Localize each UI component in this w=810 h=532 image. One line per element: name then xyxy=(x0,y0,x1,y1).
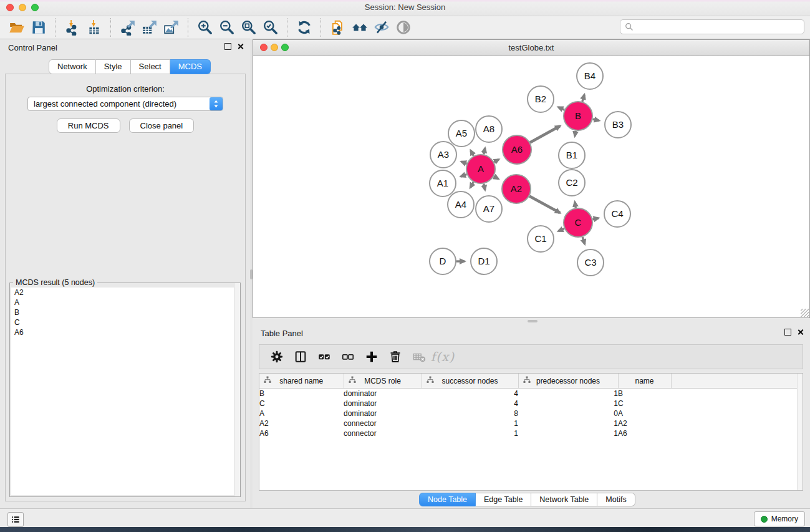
graph-edge-A-A4[interactable] xyxy=(470,182,473,188)
graph-node-A1[interactable]: A1 xyxy=(430,170,456,196)
graph-edge-C-C1[interactable] xyxy=(558,229,564,231)
graph-node-B3[interactable]: B3 xyxy=(605,112,631,138)
table-cell[interactable]: A2 xyxy=(618,418,671,428)
graph-edge-A-A2[interactable] xyxy=(494,177,498,179)
graph-node-B2[interactable]: B2 xyxy=(528,86,554,112)
close-panel-icon[interactable] xyxy=(237,43,244,50)
column-header-successor-nodes[interactable]: successor nodes xyxy=(422,374,518,389)
graph-node-A3[interactable]: A3 xyxy=(430,142,456,168)
graph-node-A5[interactable]: A5 xyxy=(448,120,475,147)
table-cell[interactable]: B xyxy=(618,389,671,399)
graph-node-A8[interactable]: A8 xyxy=(476,116,502,142)
task-history-button[interactable] xyxy=(7,512,24,527)
tab-node-table[interactable]: Node Table xyxy=(419,493,476,506)
table-row[interactable]: A6connector11A6 xyxy=(259,428,798,438)
graph-edge-C-C4[interactable] xyxy=(592,218,598,220)
graph-node-C1[interactable]: C1 xyxy=(528,226,554,252)
delete-column-icon[interactable] xyxy=(388,349,403,364)
attribute-table[interactable]: shared nameMCDS rolesuccessor nodesprede… xyxy=(259,374,799,438)
graph-node-C3[interactable]: C3 xyxy=(577,249,604,276)
mcds-result-item[interactable]: B xyxy=(11,307,239,317)
graph-node-B4[interactable]: B4 xyxy=(577,63,603,89)
graph-node-B[interactable]: B xyxy=(564,102,592,130)
table-row[interactable]: Cdominator41C xyxy=(259,399,798,409)
criterion-select[interactable]: largest connected component (directed) xyxy=(27,97,223,111)
graph-edge-A-A3[interactable] xyxy=(461,162,467,163)
zoom-selected-icon[interactable] xyxy=(262,19,279,36)
table-row[interactable]: A2connector11A2 xyxy=(259,418,798,428)
float-panel-icon[interactable] xyxy=(224,43,231,50)
tab-edge-table[interactable]: Edge Table xyxy=(476,493,531,506)
graph-node-C2[interactable]: C2 xyxy=(559,170,585,196)
table-cell[interactable]: 1 xyxy=(422,428,518,438)
tab-style[interactable]: Style xyxy=(96,59,131,74)
gear-icon[interactable] xyxy=(269,349,284,364)
graph-node-C4[interactable]: C4 xyxy=(604,201,630,227)
column-header-mcds-role[interactable]: MCDS role xyxy=(344,374,422,389)
graph-edge-A6-B[interactable] xyxy=(530,126,560,142)
network-canvas[interactable]: B4B2BB3A5A8A6B1A3AA1C2A2A4A7CC4C1C3DD1 xyxy=(253,56,809,317)
run-mcds-button[interactable]: Run MCDS xyxy=(57,118,120,133)
graph-edge-A-A7[interactable] xyxy=(484,184,485,190)
zoom-in-icon[interactable] xyxy=(196,19,213,36)
graph-edge-B-B2[interactable] xyxy=(558,107,564,110)
table-cell[interactable]: 8 xyxy=(422,409,518,418)
export-table-icon[interactable] xyxy=(141,19,158,36)
zoom-fit-icon[interactable] xyxy=(240,19,257,36)
close-panel-button[interactable]: Close panel xyxy=(129,118,195,133)
table-cell[interactable]: 1 xyxy=(518,428,618,438)
table-row[interactable]: Adominator80A xyxy=(259,409,798,418)
network-window-titlebar[interactable]: testGlobe.txt xyxy=(253,40,809,56)
graph-edge-B-B1[interactable] xyxy=(575,131,576,137)
table-row[interactable]: Bdominator41B xyxy=(259,389,798,399)
graph-edge-A-A8[interactable] xyxy=(484,148,485,154)
splitter-grip[interactable] xyxy=(528,320,538,322)
memory-button[interactable]: Memory xyxy=(754,511,805,526)
graph-edge-B-B4[interactable] xyxy=(582,95,584,102)
mcds-result-item[interactable]: C xyxy=(11,317,239,327)
graph-edge-A-A6[interactable] xyxy=(494,160,499,162)
table-cell[interactable]: A6 xyxy=(618,428,671,438)
table-cell[interactable]: connector xyxy=(344,418,422,428)
tab-motifs[interactable]: Motifs xyxy=(597,493,635,506)
tab-network[interactable]: Network xyxy=(49,59,96,74)
graph-node-A[interactable]: A xyxy=(466,155,495,183)
split-columns-icon[interactable] xyxy=(293,349,308,364)
table-cell[interactable]: dominator xyxy=(344,389,422,399)
graph-edge-A2-C[interactable] xyxy=(529,196,560,213)
close-panel-icon[interactable] xyxy=(797,329,804,336)
table-cell[interactable]: 4 xyxy=(422,399,518,409)
zoom-out-icon[interactable] xyxy=(218,19,235,36)
graph-node-D1[interactable]: D1 xyxy=(471,248,497,274)
first-neighbors-icon[interactable] xyxy=(351,19,368,36)
graph-node-A6[interactable]: A6 xyxy=(503,135,531,164)
open-file-icon[interactable] xyxy=(8,19,25,36)
column-header-shared-name[interactable]: shared name xyxy=(259,374,344,389)
show-columns-icon[interactable] xyxy=(317,349,332,364)
graph-node-B1[interactable]: B1 xyxy=(559,142,585,168)
graph-edge-B-B3[interactable] xyxy=(592,119,599,120)
table-cell[interactable]: C xyxy=(259,399,344,409)
search-field[interactable] xyxy=(620,19,804,34)
graph-node-A7[interactable]: A7 xyxy=(476,196,502,222)
import-network-icon[interactable] xyxy=(64,19,80,36)
horizontal-splitter[interactable] xyxy=(253,318,810,324)
table-cell[interactable]: connector xyxy=(344,428,422,438)
graph-node-A2[interactable]: A2 xyxy=(502,175,531,203)
table-cell[interactable]: A xyxy=(618,409,671,418)
table-cell[interactable]: 4 xyxy=(422,389,518,399)
mcds-result-item[interactable]: A2 xyxy=(11,288,239,297)
table-scrollbar[interactable] xyxy=(797,374,803,490)
column-header-name[interactable]: name xyxy=(618,374,671,389)
add-column-icon[interactable] xyxy=(364,349,379,364)
graph-edge-A-A5[interactable] xyxy=(471,150,474,156)
graph-edge-C-C2[interactable] xyxy=(575,202,576,208)
table-cell[interactable]: 0 xyxy=(518,409,618,418)
graph-node-D[interactable]: D xyxy=(430,248,456,274)
float-panel-icon[interactable] xyxy=(784,329,791,336)
table-cell[interactable]: A6 xyxy=(259,428,344,438)
table-cell[interactable]: dominator xyxy=(344,409,422,418)
save-session-icon[interactable] xyxy=(30,19,47,36)
table-cell[interactable]: 1 xyxy=(518,418,618,428)
search-input[interactable] xyxy=(636,21,804,33)
